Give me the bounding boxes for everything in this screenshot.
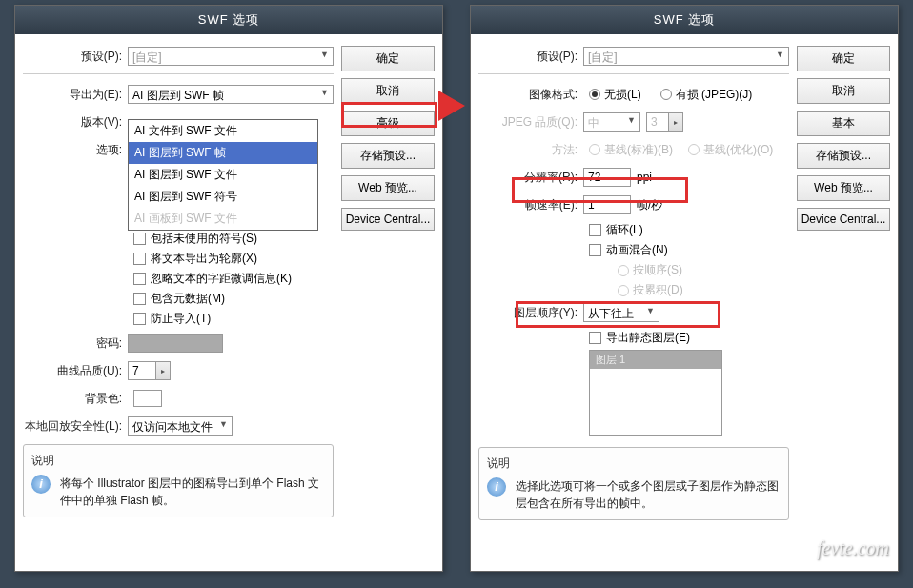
info-icon: i <box>31 475 51 494</box>
blend-label: 动画混合(N) <box>606 242 668 258</box>
dropdown-item-3[interactable]: AI 图层到 SWF 文件 <box>129 164 317 186</box>
local-security-select[interactable]: 仅访问本地文件 <box>128 416 233 436</box>
save-preset-button[interactable]: 存储预设... <box>341 143 435 169</box>
description-title: 说明 <box>487 456 781 472</box>
cancel-button[interactable]: 取消 <box>797 78 890 104</box>
dropdown-item-1[interactable]: AI 文件到 SWF 文件 <box>129 120 317 142</box>
baseline-label: 基线(标准)(B) <box>604 142 673 158</box>
basic-button[interactable]: 基本 <box>797 111 890 136</box>
web-preview-button[interactable]: Web 预览... <box>341 175 435 201</box>
listbox-header: 图层 1 <box>590 351 721 369</box>
swf-options-dialog-left: SWF 选项 预设(P): [自定] 导出为(E): AI 图层到 SWF 帧 … <box>14 5 443 572</box>
info-icon: i <box>487 477 506 497</box>
preset-label: 预设(P): <box>478 49 583 65</box>
unused-symbols-label: 包括未使用的符号(S) <box>151 231 257 247</box>
sequence-label: 按顺序(S) <box>633 262 682 278</box>
resolution-input[interactable] <box>583 168 631 187</box>
jpeg-quality-spinner: ▸ <box>668 112 683 132</box>
layer-order-label: 图层顺序(Y): <box>478 305 583 321</box>
prevent-import-checkbox[interactable] <box>133 313 146 325</box>
metadata-checkbox[interactable] <box>133 293 146 305</box>
blend-checkbox[interactable] <box>589 244 601 256</box>
cancel-button[interactable]: 取消 <box>341 78 435 104</box>
preset-select[interactable]: [自定] <box>583 47 789 66</box>
arrow-icon <box>438 91 465 121</box>
baseline-radio <box>589 144 600 155</box>
password-label: 密码: <box>23 335 128 352</box>
cumulative-label: 按累积(D) <box>633 282 683 298</box>
sequence-radio <box>618 265 629 276</box>
export-as-select[interactable]: AI 图层到 SWF 帧 <box>128 85 334 104</box>
export-static-label: 导出静态图层(E) <box>606 330 690 346</box>
dropdown-item-4[interactable]: AI 图层到 SWF 符号 <box>129 186 317 208</box>
web-preview-button[interactable]: Web 预览... <box>797 175 890 201</box>
options-label: 选项: <box>23 142 128 158</box>
static-layers-listbox[interactable]: 图层 1 <box>589 350 722 436</box>
ok-button[interactable]: 确定 <box>797 46 890 71</box>
description-text: 选择此选项可将一个或多个图层或子图层作为静态图层包含在所有导出的帧中。 <box>516 477 781 512</box>
jpeg-quality-select: 中 <box>583 112 640 132</box>
loop-checkbox[interactable] <box>589 224 601 236</box>
framerate-label: 帧速率(E): <box>478 197 583 213</box>
framerate-input[interactable] <box>583 195 631 214</box>
dialog-title: SWF 选项 <box>15 6 442 34</box>
password-input <box>128 334 223 353</box>
framerate-unit: 帧/秒 <box>637 197 662 213</box>
device-central-button[interactable]: Device Central... <box>797 208 890 231</box>
local-security-label: 本地回放安全性(L): <box>23 418 128 435</box>
method-label: 方法: <box>478 142 583 158</box>
dropdown-item-2[interactable]: AI 图层到 SWF 帧 <box>129 142 317 164</box>
lossy-label: 有损 (JPEG)(J) <box>676 87 753 103</box>
ignore-kerning-label: 忽略文本的字距微调信息(K) <box>151 271 292 287</box>
resolution-unit: ppi <box>637 171 652 184</box>
save-preset-button[interactable]: 存储预设... <box>797 143 890 169</box>
metadata-label: 包含元数据(M) <box>151 291 225 307</box>
preset-select[interactable]: [自定] <box>128 47 334 66</box>
jpeg-quality-num <box>646 112 669 132</box>
preset-label: 预设(P): <box>23 49 128 65</box>
loop-label: 循环(L) <box>606 222 643 238</box>
description-text: 将每个 Illustrator 图层中的图稿导出到单个 Flash 文件中的单独… <box>60 475 325 509</box>
curve-quality-input[interactable] <box>128 361 156 380</box>
dropdown-item-5: AI 画板到 SWF 文件 <box>129 208 317 230</box>
text-outline-label: 将文本导出为轮廓(X) <box>151 251 257 267</box>
curve-quality-label: 曲线品质(U): <box>23 363 128 379</box>
description-title: 说明 <box>31 453 325 469</box>
unused-symbols-checkbox[interactable] <box>133 233 146 245</box>
layer-order-select[interactable]: 从下往上 <box>583 303 659 322</box>
advanced-button[interactable]: 高级 <box>341 111 435 136</box>
version-label: 版本(V): <box>23 114 128 131</box>
bgcolor-label: 背景色: <box>23 391 128 407</box>
optimized-label: 基线(优化)(O) <box>703 142 773 158</box>
optimized-radio <box>688 144 700 155</box>
watermark: fevte.com <box>817 537 889 559</box>
dialog-title: SWF 选项 <box>471 6 898 34</box>
device-central-button[interactable]: Device Central... <box>341 208 435 231</box>
bgcolor-swatch[interactable] <box>133 390 162 407</box>
prevent-import-label: 防止导入(T) <box>151 311 211 327</box>
text-outline-checkbox[interactable] <box>133 253 146 265</box>
export-as-label: 导出为(E): <box>23 87 128 103</box>
jpeg-quality-label: JPEG 品质(Q): <box>478 114 583 131</box>
cumulative-radio <box>618 285 629 296</box>
ignore-kerning-checkbox[interactable] <box>133 273 146 285</box>
export-as-dropdown: AI 文件到 SWF 文件 AI 图层到 SWF 帧 AI 图层到 SWF 文件… <box>128 119 318 231</box>
lossy-radio[interactable] <box>660 89 672 100</box>
description-box: 说明 i 将每个 Illustrator 图层中的图稿导出到单个 Flash 文… <box>23 444 334 517</box>
description-box: 说明 i 选择此选项可将一个或多个图层或子图层作为静态图层包含在所有导出的帧中。 <box>478 447 789 520</box>
lossless-label: 无损(L) <box>604 87 641 103</box>
image-format-label: 图像格式: <box>478 87 583 103</box>
lossless-radio[interactable] <box>589 89 600 100</box>
curve-quality-spinner[interactable]: ▸ <box>155 361 171 380</box>
export-static-checkbox[interactable] <box>589 332 601 344</box>
ok-button[interactable]: 确定 <box>341 46 435 71</box>
resolution-label: 分辨率(R): <box>478 170 583 186</box>
swf-options-dialog-right: SWF 选项 预设(P): [自定] 图像格式: 无损(L) 有损 (JPEG)… <box>470 5 899 572</box>
